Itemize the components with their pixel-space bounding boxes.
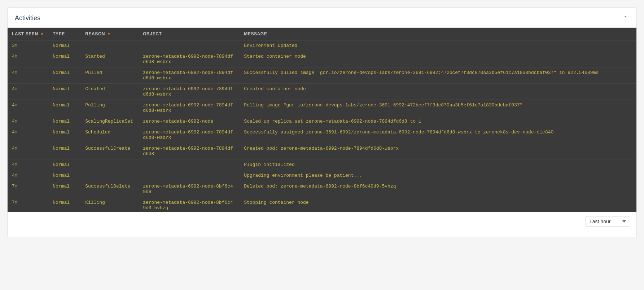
cell-message: Successfully pulled image "gcr.io/zerone…: [240, 67, 636, 84]
table-row: 4mNormalPlugin initialized: [8, 159, 636, 170]
section-title: Activities: [15, 14, 40, 22]
cell-object: zerone-metadata-6992-node-7894dfd6d8-wsb…: [139, 51, 240, 67]
cell-message: Upgrading environment please be patient.…: [240, 170, 636, 181]
cell-lastseen: 3m: [8, 40, 48, 51]
cell-type: Normal: [48, 40, 81, 51]
cell-type: Normal: [48, 127, 81, 143]
cell-message: Environment Updated: [240, 40, 636, 51]
cell-message: Started container node: [240, 51, 636, 67]
cell-reason: Scheduled: [81, 127, 139, 143]
cell-lastseen: 4m: [8, 116, 48, 127]
cell-message: Pulling image "gcr.io/zerone-devops-labs…: [240, 100, 636, 116]
cell-type: Normal: [48, 51, 81, 67]
cell-message: Scaled up replica set zerone-metadata-69…: [240, 116, 636, 127]
cell-reason: Pulled: [81, 67, 139, 84]
table-row: 4mNormalPullingzerone-metadata-6992-node…: [8, 100, 636, 116]
cell-type: Normal: [48, 159, 81, 170]
sort-icon-lastseen: ▼: [40, 32, 44, 36]
table-row: 3mNormalEnvironment Updated: [8, 40, 636, 51]
cell-lastseen: 4m: [8, 159, 48, 170]
cell-object: zerone-metadata-6992-node-7894dfd6d8-wsb…: [139, 67, 240, 84]
activities-panel: Activities ⌃ LAST SEEN ▼ TYPE REASON: [7, 7, 637, 237]
cell-reason: Killing: [81, 197, 139, 212]
col-header-reason[interactable]: REASON ▼: [81, 28, 139, 40]
table-row: 4mNormalScheduledzerone-metadata-6992-no…: [8, 127, 636, 143]
cell-lastseen: 4m: [8, 143, 48, 159]
col-header-lastseen[interactable]: LAST SEEN ▼: [8, 28, 48, 40]
col-header-object[interactable]: OBJECT: [139, 28, 240, 40]
cell-object: zerone-metadata-6992-node-7894dfd6d8-wsb…: [139, 100, 240, 116]
table-row: 4mNormalPulledzerone-metadata-6992-node-…: [8, 67, 636, 84]
cell-type: Normal: [48, 143, 81, 159]
cell-type: Normal: [48, 84, 81, 100]
cell-object: zerone-metadata-6992-node: [139, 116, 240, 127]
col-header-message[interactable]: MESSAGE: [240, 28, 636, 40]
cell-type: Normal: [48, 197, 81, 212]
sort-icon-reason: ▼: [107, 32, 111, 36]
table-row: 7mNormalKillingzerone-metadata-6992-node…: [8, 197, 636, 212]
cell-reason: [81, 170, 139, 181]
col-header-type[interactable]: TYPE: [48, 28, 81, 40]
activities-scroll-area[interactable]: LAST SEEN ▼ TYPE REASON ▼ OBJECT: [8, 28, 636, 212]
activities-table: LAST SEEN ▼ TYPE REASON ▼ OBJECT: [8, 28, 636, 212]
footer-bar: Last hourLast 3 hoursLast 6 hoursLast 24…: [8, 212, 636, 231]
cell-message: Created pod: zerone-metadata-6992-node-7…: [240, 143, 636, 159]
cell-reason: SuccessfulDelete: [81, 181, 139, 197]
table-row: 7mNormalSuccessfulDeletezerone-metadata-…: [8, 181, 636, 197]
cell-object: [139, 159, 240, 170]
activities-table-wrapper: LAST SEEN ▼ TYPE REASON ▼ OBJECT: [8, 28, 636, 212]
cell-reason: [81, 159, 139, 170]
cell-type: Normal: [48, 67, 81, 84]
table-row: 4mNormalSuccessfulCreatezerone-metadata-…: [8, 143, 636, 159]
cell-message: Deleted pod: zerone-metadata-6992-node-8…: [240, 181, 636, 197]
cell-lastseen: 7m: [8, 181, 48, 197]
table-row: 4mNormalUpgrading environment please be …: [8, 170, 636, 181]
section-header: Activities ⌃: [8, 13, 636, 28]
cell-type: Normal: [48, 170, 81, 181]
cell-object: zerone-metadata-6992-node-7894dfd6d8-wsb…: [139, 84, 240, 100]
cell-object: [139, 170, 240, 181]
cell-message: Created container node: [240, 84, 636, 100]
cell-reason: SuccessfulCreate: [81, 143, 139, 159]
cell-type: Normal: [48, 116, 81, 127]
time-range-select[interactable]: Last hourLast 3 hoursLast 6 hoursLast 24…: [586, 216, 629, 227]
table-header-row: LAST SEEN ▼ TYPE REASON ▼ OBJECT: [8, 28, 636, 40]
cell-object: [139, 40, 240, 51]
table-row: 4mNormalScalingReplicaSetzerone-metadata…: [8, 116, 636, 127]
cell-lastseen: 7m: [8, 197, 48, 212]
table-body: 3mNormalEnvironment Updated4mNormalStart…: [8, 40, 636, 212]
cell-object: zerone-metadata-6992-node-7894dfd6d8: [139, 143, 240, 159]
cell-reason: Created: [81, 84, 139, 100]
cell-object: zerone-metadata-6992-node-8bf6c49d9: [139, 181, 240, 197]
table-row: 4mNormalCreatedzerone-metadata-6992-node…: [8, 84, 636, 100]
cell-type: Normal: [48, 181, 81, 197]
cell-message: Stopping container node: [240, 197, 636, 212]
table-row: 4mNormalStartedzerone-metadata-6992-node…: [8, 51, 636, 67]
cell-lastseen: 4m: [8, 51, 48, 67]
cell-lastseen: 4m: [8, 170, 48, 181]
cell-lastseen: 4m: [8, 100, 48, 116]
cell-object: zerone-metadata-6992-node-8bf6c49d9-5vhz…: [139, 197, 240, 212]
cell-object: zerone-metadata-6992-node-7894dfd6d8-wsb…: [139, 127, 240, 143]
cell-lastseen: 4m: [8, 67, 48, 84]
cell-type: Normal: [48, 100, 81, 116]
cell-message: Successfully assigned zerone-3691-6992/z…: [240, 127, 636, 143]
cell-reason: [81, 40, 139, 51]
collapse-button[interactable]: ⌃: [622, 13, 629, 23]
cell-lastseen: 4m: [8, 84, 48, 100]
cell-reason: ScalingReplicaSet: [81, 116, 139, 127]
cell-reason: Started: [81, 51, 139, 67]
cell-lastseen: 4m: [8, 127, 48, 143]
cell-message: Plugin initialized: [240, 159, 636, 170]
cell-reason: Pulling: [81, 100, 139, 116]
